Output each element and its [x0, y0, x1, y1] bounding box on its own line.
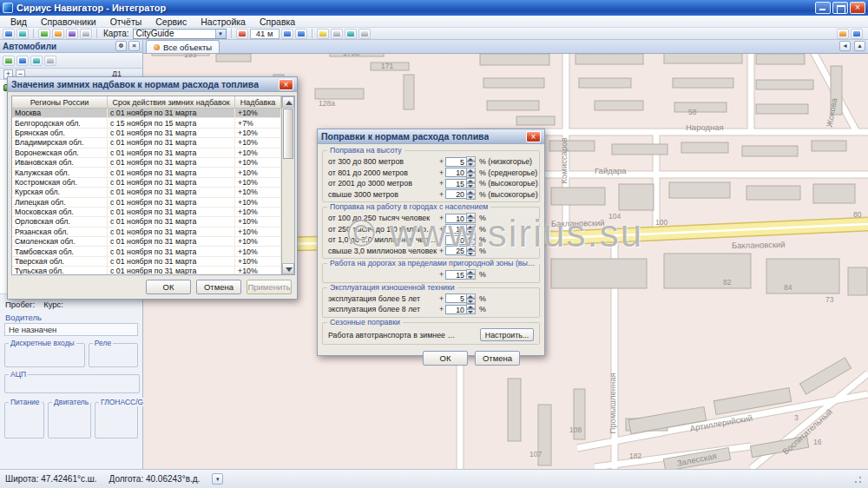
menu-item[interactable]: Отчёты: [103, 16, 149, 27]
winter-table-row[interactable]: Тамбовская обл.с 01 ноября по 31 марта+1…: [12, 247, 281, 256]
spinner-icon[interactable]: [466, 269, 476, 280]
winter-table-row[interactable]: Воронежская обл.с 01 ноября по 31 марта+…: [12, 148, 281, 158]
percent-input[interactable]: 5: [445, 293, 466, 303]
percent-input[interactable]: 25: [445, 246, 466, 255]
layers-icon[interactable]: [345, 29, 357, 39]
winter-table-row[interactable]: Липецкая обл.с 01 ноября по 31 марта+10%: [12, 198, 281, 208]
winter-table-row[interactable]: Владимирская обл.с 01 ноября по 31 марта…: [12, 138, 281, 148]
configure-button[interactable]: Настроить...: [480, 328, 534, 341]
pin-icon[interactable]: [115, 41, 127, 51]
zoom-out-icon[interactable]: [295, 29, 307, 39]
refresh-icon[interactable]: [44, 56, 56, 66]
reports-icon[interactable]: [52, 29, 64, 39]
dialog-titlebar[interactable]: Поправки к нормам расхода топлива ×: [318, 129, 544, 144]
apply-button[interactable]: Применить: [247, 280, 292, 294]
scroll-up-icon[interactable]: [282, 96, 294, 108]
winter-table-cell: с 01 ноября по 31 марта: [108, 198, 235, 207]
percent-input[interactable]: 10: [445, 305, 466, 314]
winter-table-row[interactable]: Тульская обл.с 01 ноября по 31 марта+10%: [12, 267, 281, 274]
settings-icon[interactable]: [837, 29, 849, 39]
title-bar[interactable]: Сириус Навигатор - Интегратор ×: [0, 0, 868, 16]
spinner-icon[interactable]: [466, 234, 476, 245]
vehicles-panel-icon[interactable]: [38, 29, 50, 39]
globe-icon[interactable]: [30, 56, 43, 66]
spinner-icon[interactable]: [466, 293, 476, 304]
ok-button[interactable]: ОК: [146, 280, 191, 294]
ok-button[interactable]: ОК: [423, 351, 468, 366]
cancel-button[interactable]: Отмена: [475, 351, 520, 366]
column-header[interactable]: Надбавка: [235, 96, 281, 108]
winter-table-row[interactable]: Тверская обл.с 01 ноября по 31 марта+10%: [12, 257, 281, 267]
close-icon[interactable]: ×: [279, 79, 293, 90]
scrollbar-thumb[interactable]: [283, 109, 293, 159]
connect-icon[interactable]: [3, 29, 15, 39]
ruler-icon[interactable]: [331, 29, 343, 39]
percent-input[interactable]: 20: [445, 235, 466, 245]
zoom-in-icon[interactable]: [281, 29, 293, 39]
spinner-icon[interactable]: [466, 189, 476, 200]
spinner-icon[interactable]: [466, 156, 476, 167]
tab-all-objects[interactable]: Все объекты: [146, 40, 220, 53]
panel-close-icon[interactable]: ×: [128, 41, 140, 51]
winter-table-header: Регионы России Срок действия зимних надб…: [12, 96, 281, 109]
plus-sign: +: [437, 294, 445, 303]
winter-table-row[interactable]: Костромская обл.с 01 ноября по 31 марта+…: [12, 178, 281, 188]
maximize-button[interactable]: [832, 2, 848, 14]
percent-input[interactable]: 20: [445, 189, 466, 199]
map-source-combobox[interactable]: CityGuide ▾: [133, 29, 227, 39]
percent-input[interactable]: 10: [445, 214, 466, 223]
corrections-group: Работа на дорогах за пределами пригородн…: [322, 263, 540, 283]
winter-table-row[interactable]: Рязанская обл.с 01 ноября по 31 марта+10…: [12, 228, 281, 237]
winter-table-row[interactable]: Ивановская обл.с 01 ноября по 31 марта+1…: [12, 158, 281, 168]
coords-dropdown-icon[interactable]: ▾: [212, 473, 223, 485]
spinner-icon[interactable]: [466, 178, 476, 188]
winter-table-row[interactable]: Московская обл.с 01 ноября по 31 марта+1…: [12, 208, 281, 217]
spinner-icon[interactable]: [466, 224, 476, 234]
winter-table-row[interactable]: Курская обл.с 01 ноября по 31 марта+10%: [12, 188, 281, 197]
winter-table-cell: Московская обл.: [12, 208, 108, 216]
add-vehicle-icon[interactable]: [3, 56, 15, 66]
tab-scroll-left-icon[interactable]: ◂: [839, 41, 851, 51]
column-header[interactable]: Срок действия зимних надбавок: [108, 96, 235, 108]
tracks-icon[interactable]: [66, 29, 78, 39]
scroll-down-icon[interactable]: [282, 263, 294, 274]
menu-item[interactable]: Справка: [253, 16, 302, 27]
spinner-icon[interactable]: [466, 213, 476, 223]
percent-input[interactable]: 15: [445, 270, 466, 280]
minimize-button[interactable]: [815, 2, 831, 14]
cancel-button[interactable]: Отмена: [196, 280, 241, 294]
help-icon[interactable]: [851, 29, 863, 39]
percent-input[interactable]: 10: [445, 168, 466, 177]
column-header[interactable]: Регионы России: [12, 96, 108, 108]
search-icon[interactable]: [16, 29, 29, 39]
winter-table-row[interactable]: Москвас 01 ноября по 31 марта+10%: [12, 109, 281, 118]
percent-input[interactable]: 5: [445, 157, 466, 167]
menu-item[interactable]: Сервис: [148, 16, 194, 27]
map-pin-icon[interactable]: [236, 29, 248, 39]
scrollbar[interactable]: [281, 96, 294, 274]
pan-icon[interactable]: [317, 29, 329, 39]
winter-table-row[interactable]: Калужская обл.с 01 ноября по 31 марта+10…: [12, 168, 281, 177]
winter-table-row[interactable]: Белгородская обл.с 15 ноября по 15 марта…: [12, 118, 281, 128]
percent-input[interactable]: 15: [445, 224, 466, 234]
spinner-icon[interactable]: [466, 304, 476, 314]
close-button[interactable]: ×: [850, 2, 865, 14]
menu-item[interactable]: Настройка: [194, 16, 253, 27]
driver-label[interactable]: Водитель: [2, 311, 141, 322]
menu-item[interactable]: Справочники: [34, 16, 103, 27]
edit-vehicle-icon[interactable]: [16, 56, 29, 66]
dialog-titlebar[interactable]: Значения зимних надбавок к нормам расход…: [8, 77, 297, 92]
spinner-icon[interactable]: [466, 168, 476, 178]
winter-table-row[interactable]: Орловская обл.с 01 ноября по 31 марта+10…: [12, 217, 281, 227]
resize-grip[interactable]: [852, 473, 863, 485]
print-icon[interactable]: [358, 29, 371, 39]
chevron-down-icon[interactable]: ▾: [215, 30, 226, 38]
tab-collapse-icon[interactable]: ▴: [854, 41, 865, 51]
menu-item[interactable]: Вид: [3, 16, 34, 27]
winter-table-row[interactable]: Смоленская обл.с 01 ноября по 31 марта+1…: [12, 237, 281, 247]
percent-input[interactable]: 15: [445, 179, 466, 188]
winter-table-row[interactable]: Брянская обл.с 01 ноября по 31 марта+10%: [12, 129, 281, 138]
spinner-icon[interactable]: [466, 246, 476, 256]
geozones-icon[interactable]: [80, 29, 92, 39]
close-icon[interactable]: ×: [526, 131, 541, 142]
